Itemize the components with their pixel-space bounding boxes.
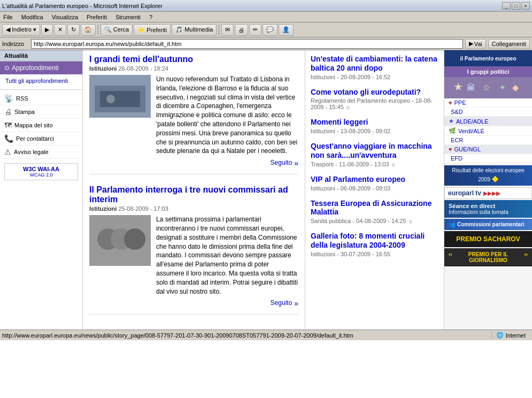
multimedia-button[interactable]: 🎵 Multimedia <box>172 24 217 36</box>
right-article-2-title[interactable]: Momenti leggeri <box>311 118 368 126</box>
forward-button[interactable]: ▶ <box>41 24 53 36</box>
gruppi-icon-area: ★ 🏛 ☆ ✦ ◆ <box>444 77 532 98</box>
address-input[interactable] <box>31 39 463 49</box>
right-article-5-title[interactable]: Tessera Europea di Assicurazione Malatti… <box>311 199 431 217</box>
europarltv-banner[interactable]: europarl tv ▶▶▶▶ <box>444 187 532 199</box>
commissioni-label: Commissioni parlamentari <box>457 221 525 227</box>
commissioni-banner[interactable]: 👥 Commissioni parlamentari <box>444 219 532 230</box>
right-article-1: Come votano gli eurodeputati? Regolament… <box>311 88 438 111</box>
gruppi-verdi[interactable]: 🌿 Verdi/ALE <box>444 126 532 136</box>
right-article-2: Momenti leggeri Istituzioni - 13-08-2009… <box>311 118 438 134</box>
separator-1 <box>98 25 98 35</box>
right-article-5-meta: Sanità pubblica - 04-08-2009 - 14:25 ☼ <box>311 218 438 224</box>
back-button[interactable]: ◀ Indietro ▾ <box>2 24 40 36</box>
refresh-button[interactable]: ↻ <box>67 24 80 36</box>
window-controls[interactable]: _ □ × <box>502 2 530 10</box>
rose-icon: ♥ <box>449 146 452 152</box>
messenger-button[interactable]: 👤 <box>279 24 294 36</box>
home-button[interactable]: 🏠 <box>81 24 96 36</box>
right-article-1-meta: Regolamento del Parlamento europeo - 18-… <box>311 97 438 110</box>
right-article-4-meta: Istituzioni - 06-08-2009 - 09:03 <box>311 185 438 192</box>
menu-file[interactable]: File <box>1 13 15 21</box>
status-url: http://www.europarl.europa.eu/news/publi… <box>2 332 487 339</box>
window-title: L'attualità al Parlamento europeo - Micr… <box>2 3 502 9</box>
right-article-0: Un'estate di cambiamenti: la catena balt… <box>311 55 438 80</box>
menu-modifica[interactable]: Modifica <box>19 13 45 21</box>
right-article-1-title[interactable]: Come votano gli eurodeputati? <box>311 88 421 96</box>
avviso-label: Avviso legale <box>14 149 49 155</box>
approfondimenti-label: Approfondimenti <box>12 64 58 72</box>
internet-icon: 🌐 <box>496 332 504 339</box>
seance-title: Séance en direct <box>449 203 528 209</box>
gruppi-sd[interactable]: S&D <box>444 108 532 117</box>
sidebar-tutti-link[interactable]: Tutti gli approfondimenti <box>0 74 82 87</box>
heart-icon: ♥ <box>449 100 452 106</box>
right-news-column: Un'estate di cambiamenti: la catena balt… <box>305 50 444 330</box>
address-label: Indirizzo <box>2 41 29 47</box>
links-button[interactable]: Collegamenti <box>488 39 530 49</box>
seance-subtitle: Informazioni sulla tornata <box>449 209 528 215</box>
gruppi-ppe[interactable]: ♥ PPE <box>444 98 532 108</box>
sidebar-divider-1 <box>0 89 82 90</box>
star-icon: ★ <box>449 118 454 125</box>
article-1: I grandi temi dell'autunno Istituzioni 2… <box>89 55 298 174</box>
title-bar: L'attualità al Parlamento europeo - Micr… <box>0 0 532 12</box>
print-button[interactable]: 🖨 <box>235 24 248 36</box>
article-2-meta: Istituzioni 25-08-2009 - 17:03 <box>89 205 298 212</box>
search-button[interactable]: 🔍 Cerca <box>101 24 133 36</box>
preferiti-toolbar-button[interactable]: ⭐ Preferiti <box>134 24 171 36</box>
menu-visualizza[interactable]: Visualizza <box>50 13 80 21</box>
edit-button[interactable]: ✏ <box>249 24 261 36</box>
minimize-button[interactable]: _ <box>502 2 511 10</box>
right-article-4-title[interactable]: VIP al Parlamento europeo <box>311 175 405 183</box>
sacharov-banner[interactable]: PREMIO SACHAROV <box>444 231 532 247</box>
article-2-image <box>89 215 151 266</box>
separator-2 <box>219 25 219 35</box>
gruppi-gue[interactable]: ♥ GUE/NGL <box>444 145 532 154</box>
leaf-icon: 🌿 <box>449 127 456 134</box>
menu-bar: File Modifica Visualizza Preferiti Strum… <box>0 12 532 22</box>
article-2-body: La settimana prossima i parlamentari inc… <box>156 215 298 296</box>
close-button[interactable]: × <box>521 2 530 10</box>
discuss-button[interactable]: 💬 <box>263 24 277 36</box>
right-article-3-title[interactable]: Quest'anno viaggiare in macchina non sar… <box>311 142 432 159</box>
menu-help[interactable]: ? <box>147 13 155 21</box>
sidebar-avviso[interactable]: ⚠ Avviso legale <box>0 146 82 159</box>
sidebar-attualita-label: Attualità <box>0 50 82 62</box>
stop-button[interactable]: ✕ <box>54 24 66 36</box>
mail-button[interactable]: ✉ <box>221 24 234 36</box>
menu-preferiti[interactable]: Preferiti <box>84 13 109 21</box>
svg-point-7 <box>124 228 145 250</box>
gruppi-efd[interactable]: EFD <box>444 154 532 163</box>
right-article-2-meta: Istituzioni - 13-08-2009 - 09:02 <box>311 128 438 134</box>
right-article-0-meta: Istituzioni - 20-08-2009 - 16:52 <box>311 74 438 80</box>
article-2-seguito[interactable]: Seguito » <box>89 299 298 308</box>
maximize-button[interactable]: □ <box>512 2 520 10</box>
article-2-title[interactable]: Il Parlamento interroga i tre nuovi comm… <box>89 185 288 204</box>
article-1-body: Un nuovo referendum sul Trattato di Lisb… <box>156 75 298 156</box>
svg-text:✦: ✦ <box>499 83 506 92</box>
contatti-label: Per contattarci <box>16 135 54 142</box>
seance-banner[interactable]: Séance en direct Informazioni sulla torn… <box>444 200 532 218</box>
sidebar-rss[interactable]: 📡 RSS <box>0 92 82 105</box>
sidebar-stampa[interactable]: 🖨 Stampa <box>0 105 82 119</box>
menu-strumenti[interactable]: Strumenti <box>113 13 143 21</box>
article-1-seguito[interactable]: Seguito » <box>89 159 298 167</box>
svg-rect-2 <box>100 91 140 107</box>
right-article-6-title[interactable]: Galleria foto: 8 momenti cruciali della … <box>311 232 425 249</box>
right-article-0-title[interactable]: Un'estate di cambiamenti: la catena balt… <box>311 55 437 72</box>
sidebar-approfondimenti-item[interactable]: ⊙ Approfondimenti <box>0 62 82 74</box>
gruppi-ecr[interactable]: ECR <box>444 136 532 145</box>
stampa-label: Stampa <box>14 109 35 115</box>
sidebar-mappa[interactable]: 🗺 Mappa del sito <box>0 119 82 132</box>
commissioni-icon: 👥 <box>449 221 455 227</box>
svg-text:◆: ◆ <box>512 83 519 92</box>
article-1-title[interactable]: I grandi temi dell'autunno <box>89 55 193 64</box>
elezioni-banner[interactable]: Risultati delle elezioni europee 2009 ◆ <box>444 165 532 186</box>
giornalismo-banner[interactable]: " PREMIO PER IL GIORNALISMO " <box>444 248 532 266</box>
go-button[interactable]: ▶ Vai <box>465 39 486 49</box>
sidebar-contatti[interactable]: 📞 Per contattarci <box>0 132 82 146</box>
gruppi-alde[interactable]: ★ ALDE/ADLE <box>444 117 532 126</box>
warning-icon: ⚠ <box>4 148 11 156</box>
sun-icon: ☼ <box>345 104 351 110</box>
